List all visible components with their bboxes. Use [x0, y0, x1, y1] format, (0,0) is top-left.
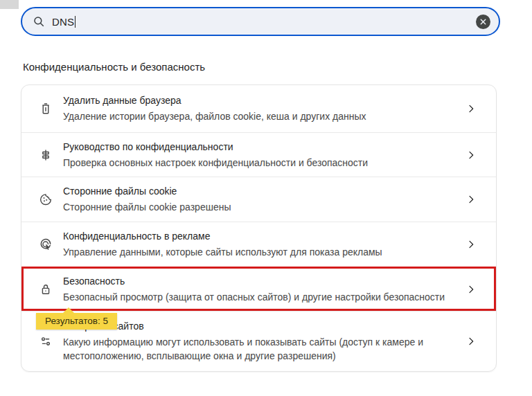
window-edge-artifact: [0, 0, 19, 9]
item-title: Руководство по конфиденциальности: [63, 141, 368, 154]
settings-item-security[interactable]: Безопасность Безопасный просмотр (защита…: [21, 267, 496, 312]
search-input-value[interactable]: DNS: [52, 16, 74, 28]
tooltip-arrow-icon: [62, 307, 75, 314]
privacy-guide-icon: [39, 148, 53, 162]
section-heading-privacy-security: Конфиденциальность и безопасность: [23, 61, 205, 73]
item-subtitle: Удаление истории браузера, файлов cookie…: [63, 109, 366, 123]
chevron-right-icon: [466, 336, 477, 347]
chevron-right-icon: [466, 239, 477, 250]
chevron-right-icon: [466, 194, 477, 205]
search-icon: [33, 15, 45, 28]
item-title: Сторонние файлы cookie: [63, 185, 231, 198]
search-results-tooltip: Результатов: 5: [36, 313, 117, 330]
chevron-right-icon: [466, 103, 477, 114]
chevron-right-icon: [466, 284, 477, 295]
ads-privacy-icon: [39, 237, 53, 251]
search-results-count: Результатов: 5: [45, 316, 108, 326]
item-title: Безопасность: [63, 275, 445, 288]
item-subtitle: Сторонние файлы cookie разрешены: [63, 200, 231, 214]
item-subtitle: Проверка основных настроек конфиденциаль…: [63, 156, 368, 170]
settings-item-clear-browsing-data[interactable]: Удалить данные браузера Удаление истории…: [21, 85, 496, 132]
cookie-icon: [39, 192, 53, 206]
lock-icon: [39, 282, 53, 296]
item-title: Конфиденциальность в рекламе: [63, 230, 382, 243]
clear-search-button[interactable]: [476, 15, 490, 29]
settings-search-field[interactable]: DNS: [21, 7, 500, 36]
trash-icon: [39, 102, 53, 116]
settings-item-ad-privacy[interactable]: Конфиденциальность в рекламе Управление …: [21, 222, 496, 267]
settings-item-privacy-guide[interactable]: Руководство по конфиденциальности Провер…: [21, 132, 496, 177]
tune-icon: [39, 334, 53, 348]
text-caret: [75, 16, 76, 28]
item-title: Настройки сайтов: [63, 320, 423, 333]
settings-item-third-party-cookies[interactable]: Сторонние файлы cookie Сторонние файлы c…: [21, 177, 496, 222]
item-subtitle: Какую информацию могут использовать и по…: [63, 335, 423, 363]
item-subtitle: Управление данными, которые сайты исполь…: [63, 245, 382, 259]
item-title: Удалить данные браузера: [63, 94, 366, 107]
item-subtitle: Безопасный просмотр (защита от опасных с…: [63, 290, 445, 304]
chevron-right-icon: [466, 150, 477, 161]
